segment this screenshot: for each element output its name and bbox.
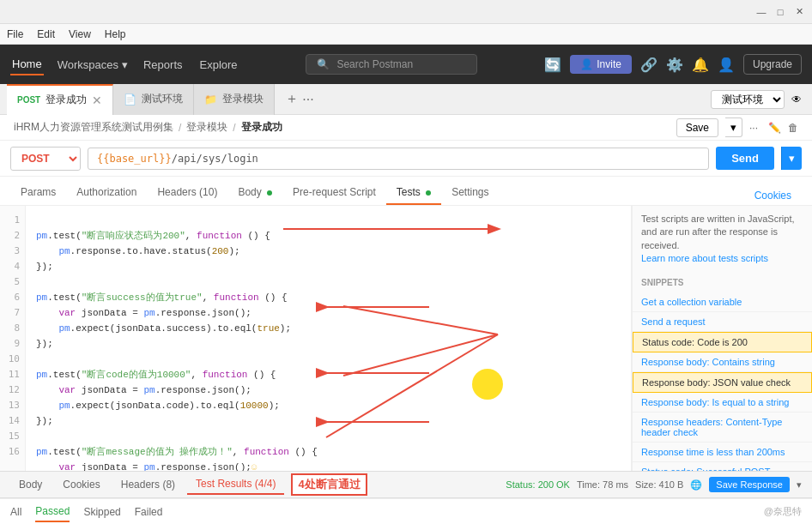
more-tabs-icon[interactable]: ···: [302, 92, 313, 107]
url-input[interactable]: {{base_url}}/api/sys/login: [88, 148, 709, 170]
tab-close-icon[interactable]: ✕: [92, 93, 102, 107]
line-numbers: 1234 5678 9101112 13141516: [0, 206, 26, 471]
settings-icon[interactable]: ⚙️: [666, 57, 683, 73]
time-indicator: Time: 78 ms: [577, 479, 628, 490]
content-area: 1234 5678 9101112 13141516 pm.test("断言响应…: [0, 206, 812, 471]
req-tab-settings[interactable]: Settings: [441, 181, 499, 205]
breadcrumb-part2[interactable]: 登录模块: [186, 120, 227, 135]
snippet-equal-to-string[interactable]: Response body: Is equal to a string: [633, 393, 812, 413]
snippet-content-type-check[interactable]: Response headers: Content-Type header ch…: [633, 413, 812, 443]
env-selector[interactable]: 测试环境: [711, 90, 785, 109]
snippets-panel: Test scripts are written in JavaScript, …: [632, 206, 812, 471]
search-placeholder: Search Postman: [336, 58, 413, 70]
bottom-tabs-bar: Body Cookies Headers (8) Test Results (4…: [0, 471, 812, 498]
watermark: @奈思特: [764, 505, 802, 518]
url-path: /api/sys/login: [172, 153, 258, 165]
bottom-tab-test-results[interactable]: Test Results (4/4): [187, 474, 284, 495]
tab-login-module[interactable]: 📁 登录模块: [194, 84, 275, 115]
trash-icon[interactable]: 🗑: [788, 122, 798, 134]
tab-login-success[interactable]: POST 登录成功 ✕: [7, 84, 113, 115]
add-tab-icon[interactable]: ＋: [285, 90, 299, 108]
code-editor-area: 1234 5678 9101112 13141516 pm.test("断言响应…: [0, 206, 632, 471]
menu-view[interactable]: View: [69, 28, 91, 40]
url-base: {{base_url}}: [97, 153, 172, 165]
menu-edit[interactable]: Edit: [37, 28, 55, 40]
snippet-status-code-200[interactable]: Status code: Code is 200: [633, 332, 812, 352]
bottom-tab-cookies[interactable]: Cookies: [54, 475, 108, 494]
tab-icon: 📄: [124, 93, 136, 105]
title-bar: — □ ✕: [0, 0, 812, 24]
snippets-info: Test scripts are written in JavaScript, …: [633, 206, 812, 273]
req-tab-pre-request[interactable]: Pre-request Script: [282, 181, 386, 205]
sync-icon[interactable]: 🔄: [544, 57, 561, 73]
size-indicator: Size: 410 B: [635, 479, 683, 490]
share-icon[interactable]: 🔗: [640, 57, 657, 73]
globe-icon: 🌐: [690, 479, 702, 491]
tabs-bar: POST 登录成功 ✕ 📄 测试环境 📁 登录模块 ＋ ··· 测试环境 👁: [0, 84, 812, 115]
bell-icon[interactable]: 🔔: [692, 57, 709, 73]
tab-name-2: 测试环境: [142, 92, 183, 106]
nav-bar: Home Workspaces ▾ Reports Explore 🔍 Sear…: [0, 45, 812, 84]
menu-bar: File Edit View Help: [0, 24, 812, 45]
tab-folder-icon: 📁: [204, 93, 217, 105]
save-response-button[interactable]: Save Response: [709, 477, 790, 492]
bottom-tab-body[interactable]: Body: [10, 475, 51, 494]
snippet-response-time[interactable]: Response time is less than 200ms: [633, 443, 812, 462]
snippet-get-collection-var[interactable]: Get a collection variable: [633, 292, 812, 312]
tab-name: 登录成功: [45, 93, 87, 107]
breadcrumb-current: 登录成功: [241, 120, 282, 135]
invite-button[interactable]: 👤 Invite: [570, 55, 632, 74]
breadcrumb-more-icon[interactable]: ···: [749, 122, 758, 134]
minimize-btn[interactable]: —: [755, 6, 767, 18]
snippets-label: SNIPPETS: [633, 273, 812, 292]
snippet-json-value-check[interactable]: Response body: JSON value check: [633, 372, 812, 393]
status-ok: Status: 200 OK: [506, 479, 570, 490]
learn-more-link[interactable]: Learn more about tests scripts: [641, 253, 768, 263]
result-tab-failed[interactable]: Failed: [135, 503, 163, 521]
search-icon: 🔍: [317, 58, 330, 70]
breadcrumb-part1[interactable]: iHRM人力资源管理系统测试用例集: [14, 120, 173, 135]
req-tab-auth[interactable]: Authorization: [66, 181, 147, 205]
upgrade-button[interactable]: Upgrade: [743, 54, 802, 75]
search-box[interactable]: 🔍 Search Postman: [306, 54, 477, 75]
cookies-link[interactable]: Cookies: [754, 190, 791, 202]
send-button[interactable]: Send: [716, 147, 774, 170]
nav-explore[interactable]: Explore: [198, 55, 239, 75]
request-tabs: Params Authorization Headers (10) Body P…: [0, 177, 812, 206]
nav-home[interactable]: Home: [10, 54, 44, 75]
send-arrow-button[interactable]: ▾: [781, 147, 802, 170]
snippet-successful-post[interactable]: Status code: Successful POST request: [633, 462, 812, 471]
maximize-btn[interactable]: □: [774, 6, 786, 18]
save-arrow-button[interactable]: ▾: [725, 117, 742, 137]
req-tab-params[interactable]: Params: [10, 181, 66, 205]
annotation-text: 4处断言通过: [291, 473, 367, 496]
menu-file[interactable]: File: [7, 28, 23, 40]
nav-reports[interactable]: Reports: [142, 55, 185, 75]
bottom-tab-headers[interactable]: Headers (8): [112, 475, 184, 494]
nav-workspaces[interactable]: Workspaces ▾: [58, 58, 128, 71]
result-tab-skipped[interactable]: Skipped: [83, 503, 120, 521]
env-settings-icon[interactable]: 👁: [791, 93, 802, 105]
edit-icon[interactable]: ✏️: [768, 122, 781, 134]
menu-help[interactable]: Help: [105, 28, 126, 40]
result-tab-passed[interactable]: Passed: [35, 502, 70, 522]
tab-name-3: 登录模块: [222, 92, 264, 106]
tab-test-env[interactable]: 📄 测试环境: [113, 84, 194, 115]
method-selector[interactable]: POST: [11, 148, 80, 170]
result-tab-all[interactable]: All: [10, 503, 21, 521]
avatar[interactable]: 👤: [718, 57, 735, 73]
close-btn[interactable]: ✕: [793, 6, 805, 18]
snippet-send-request[interactable]: Send a request: [633, 312, 812, 332]
breadcrumb: iHRM人力资源管理系统测试用例集 / 登录模块 / 登录成功 Save ▾ ·…: [0, 115, 812, 141]
annotation-circle: [472, 369, 503, 400]
tab-method: POST: [17, 95, 40, 105]
req-tab-tests[interactable]: Tests: [386, 181, 441, 205]
save-button[interactable]: Save: [676, 118, 718, 137]
req-tab-body[interactable]: Body: [227, 181, 282, 205]
results-bar: All Passed Skipped Failed @奈思特: [0, 498, 812, 524]
code-content[interactable]: pm.test("断言响应状态码为200", function () { pm.…: [26, 206, 631, 471]
req-tab-headers[interactable]: Headers (10): [147, 181, 227, 205]
snippet-response-contains-string[interactable]: Response body: Contains string: [633, 352, 812, 372]
request-bar: POST {{base_url}}/api/sys/login Send ▾: [0, 141, 812, 177]
